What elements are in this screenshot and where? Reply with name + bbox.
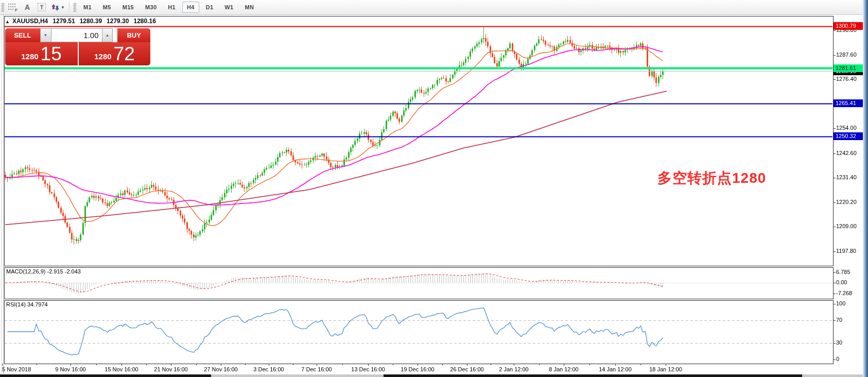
macd-label: MACD(12,26,9) -2.915 -2.043 — [6, 268, 81, 275]
timeframe-button-m1[interactable]: M1 — [79, 2, 96, 13]
toolbar-separator — [69, 2, 70, 12]
timeframe-group: M1M5M15M30H1H4D1W1MN — [78, 2, 259, 13]
chart-text-annotation[interactable]: 多空转折点1280 — [657, 168, 766, 188]
ohlc-low: 1279.30 — [107, 18, 129, 25]
toolbar: F A T ▼ M1M5M15M30H1H4D1W1MN — [0, 0, 864, 15]
sell-price-pips: 15 — [41, 45, 62, 62]
sell-button[interactable]: SELL — [5, 28, 40, 42]
timeframe-button-h1[interactable]: H1 — [163, 2, 180, 13]
buy-price-display[interactable]: 1280 72 — [79, 42, 150, 65]
ohlc-close: 1280.16 — [133, 18, 155, 25]
timeframe-button-m30[interactable]: M30 — [141, 2, 161, 13]
volume-decrease-button[interactable]: ▼ — [40, 28, 51, 42]
scrollbar-segment[interactable] — [0, 374, 211, 377]
volume-increase-button[interactable]: ▲ — [102, 28, 113, 42]
scrollbar-segment[interactable] — [384, 374, 802, 377]
timeframe-button-d1[interactable]: D1 — [201, 2, 218, 13]
sell-price-display[interactable]: 1280 15 — [5, 42, 78, 65]
horizontal-scrollbar[interactable] — [0, 374, 863, 377]
buy-price-pips: 72 — [114, 45, 135, 62]
timeframe-button-m5[interactable]: M5 — [98, 2, 116, 13]
buy-price-big-figure: 1280 — [94, 52, 111, 61]
symbol-marker-icon: ▲ — [5, 19, 10, 24]
grid-f-icon[interactable]: F — [7, 1, 19, 13]
toolbar-grip-2 — [73, 3, 76, 12]
timeframe-button-mn[interactable]: MN — [240, 2, 258, 13]
terminal-window: F A T ▼ M1M5M15M30H1H4D1W1MN ▲XAUUSD,H41… — [0, 0, 868, 377]
toolbar-grip — [1, 3, 4, 12]
window-border — [863, 0, 868, 377]
chart-title: ▲XAUUSD,H41279.511280.391279.301280.16 — [5, 18, 161, 25]
svg-text:F: F — [15, 8, 18, 11]
arrows-tool-icon[interactable]: ▼ — [50, 1, 65, 13]
grid-f-glyph: F — [8, 3, 18, 11]
one-click-trading-panel: SELL ▼ ▲ BUY 1280 15 1280 72 — [5, 28, 150, 65]
ohlc-high: 1280.39 — [80, 18, 102, 25]
rsi-label: RSI(14) 34.7974 — [6, 301, 48, 307]
timeframe-button-m15[interactable]: M15 — [118, 2, 138, 13]
arrows-glyph — [50, 4, 60, 11]
sell-price-big-figure: 1280 — [21, 52, 38, 61]
symbol-label: XAUUSD,H4 — [12, 18, 48, 25]
text-a-icon[interactable]: A — [21, 1, 33, 13]
textbox-t-icon[interactable]: T — [36, 1, 48, 13]
buy-button[interactable]: BUY — [117, 28, 150, 42]
timeframe-button-h4[interactable]: H4 — [182, 2, 199, 13]
timeframe-button-w1[interactable]: W1 — [220, 2, 238, 13]
volume-input[interactable] — [51, 28, 102, 42]
ohlc-open: 1279.51 — [53, 18, 75, 25]
dropdown-caret-icon: ▼ — [61, 5, 65, 10]
